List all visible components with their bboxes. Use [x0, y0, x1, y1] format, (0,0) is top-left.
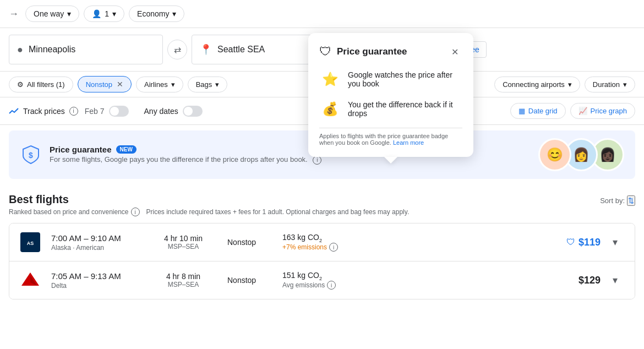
banner-info-icon[interactable]: i [313, 156, 321, 165]
popup-header: 🛡 Price guarantee ✕ [319, 44, 462, 59]
trip-type-label: One way [34, 9, 64, 18]
flight-price-area-1: 🛡 $119 ▾ [566, 233, 624, 251]
date-grid-label: Date grid [528, 107, 558, 115]
popup-note: Applies to flights with the price guaran… [319, 128, 462, 146]
passengers-button[interactable]: 👤 1 ▾ [84, 6, 124, 22]
nonstop-close-icon[interactable]: ✕ [117, 80, 123, 89]
flight-emissions-2: 151 kg CO2 Avg emissions i [282, 271, 370, 290]
track-prices-info-icon[interactable]: i [69, 107, 78, 116]
learn-more-link[interactable]: Learn more [393, 139, 424, 146]
section-info-icon[interactable]: i [131, 208, 140, 216]
chevron-down-icon: ▾ [215, 80, 219, 89]
trip-type-button[interactable]: One way ▾ [25, 6, 79, 22]
popup-container: 🛡 Price guarantee ✕ ⭐ Google watches the… [308, 33, 473, 157]
flights-list: AS 7:00 AM – 9:10 AM Alaska · American 4… [9, 223, 635, 299]
avatar-1: 😊 [538, 138, 571, 171]
nonstop-filter-button[interactable]: Nonstop ✕ [78, 76, 132, 92]
all-filters-label: All filters (1) [27, 80, 65, 89]
chevron-down-icon: ▾ [171, 80, 175, 89]
price-graph-button[interactable]: 📈 Price graph [570, 103, 635, 119]
popup-shield-icon: 🛡 [319, 45, 331, 59]
track-prices-toggle[interactable] [109, 106, 129, 117]
chevron-down-icon: ▾ [67, 9, 71, 18]
any-dates-toggle[interactable] [183, 106, 203, 117]
duration-filter-button[interactable]: Duration ▾ [585, 77, 635, 92]
expand-button-1[interactable]: ▾ [606, 233, 624, 251]
flight-times-1: 7:00 AM – 9:10 AM Alaska · American [51, 233, 139, 252]
flight-stops-2: Nonstop [227, 276, 271, 285]
airline-name-1: Alaska · American [51, 244, 139, 252]
flight-duration-1: 4 hr 10 min MSP–SEA [150, 234, 216, 250]
bags-filter-button[interactable]: Bags ▾ [188, 77, 228, 92]
view-buttons: ▦ Date grid 📈 Price graph [510, 103, 635, 119]
popup-money-icon: 💰 [319, 98, 341, 120]
svg-text:AS: AS [27, 241, 34, 246]
flight-price-1: $119 [578, 237, 601, 248]
flight-row[interactable]: 7:05 AM – 9:13 AM Delta 4 hr 8 min MSP–S… [9, 261, 635, 299]
sort-button[interactable]: ⇅ [627, 195, 635, 206]
flight-times-2: 7:05 AM – 9:13 AM Delta [51, 271, 139, 290]
price-badge-1: 🛡 $119 [566, 237, 601, 248]
alaska-logo-svg: AS [23, 235, 38, 250]
cabin-class-label: Economy [137, 9, 169, 18]
popup-close-button[interactable]: ✕ [447, 44, 462, 59]
person-icon: 👤 [92, 9, 101, 18]
flight-emissions-1: 163 kg CO2 +7% emissions i [282, 233, 370, 252]
origin-field[interactable]: ● [9, 35, 163, 64]
flight-price-area-2: $129 ▾ [578, 271, 624, 289]
banner-subtitle: For some flights, Google pays you the di… [50, 155, 321, 165]
price-guarantee-popup: 🛡 Price guarantee ✕ ⭐ Google watches the… [308, 33, 473, 157]
emissions-info-icon-1[interactable]: i [329, 243, 338, 252]
popup-title: Price guarantee [337, 46, 441, 57]
flight-time-range-2: 7:05 AM – 9:13 AM [51, 271, 139, 281]
popup-item-1: ⭐ Google watches the price after you boo… [319, 68, 462, 90]
track-date-label: Feb 7 [85, 107, 105, 116]
connecting-airports-button[interactable]: Connecting airports ▾ [494, 77, 580, 92]
connecting-airports-label: Connecting airports [503, 80, 565, 89]
section-subtitle: Ranked based on price and convenience i … [9, 208, 635, 216]
popup-watch-icon: ⭐ [319, 68, 341, 90]
section-title: Best flights [9, 193, 69, 206]
price-graph-label: Price graph [591, 107, 627, 115]
duration-label: Duration [593, 80, 620, 89]
all-filters-button[interactable]: ⚙ All filters (1) [9, 77, 73, 92]
origin-dot-icon: ● [17, 44, 23, 56]
airlines-filter-button[interactable]: Airlines ▾ [136, 77, 183, 92]
emissions-info-icon-2[interactable]: i [327, 281, 336, 290]
dest-pin-icon: 📍 [200, 43, 212, 56]
chevron-down-icon: ▾ [568, 80, 572, 89]
shield-icon-price: 🛡 [566, 237, 575, 247]
bags-label: Bags [196, 80, 212, 89]
popup-item-1-text: Google watches the price after you book [348, 68, 462, 90]
chevron-down-icon: ▾ [112, 9, 116, 18]
cabin-class-button[interactable]: Economy ▾ [129, 6, 184, 22]
flight-row[interactable]: AS 7:00 AM – 9:10 AM Alaska · American 4… [9, 223, 635, 261]
delta-logo-svg [20, 270, 40, 290]
alaska-airline-logo: AS [20, 232, 40, 252]
best-flights-header: Best flights Sort by: ⇅ Ranked based on … [0, 184, 644, 219]
grid-icon: ▦ [519, 107, 525, 115]
chevron-down-icon: ▾ [623, 80, 627, 89]
top-bar: → One way ▾ 👤 1 ▾ Economy ▾ [0, 0, 644, 28]
nonstop-label: Nonstop [86, 80, 112, 89]
delta-airline-logo [20, 270, 40, 290]
date-grid-button[interactable]: ▦ Date grid [510, 103, 566, 119]
track-prices-label: Track prices [23, 107, 65, 116]
shield-icon-banner: $ [20, 144, 42, 166]
trending-up-icon [9, 106, 19, 116]
sort-icon: ⇅ [628, 197, 634, 205]
popup-item-2: 💰 You get the difference back if it drop… [319, 98, 462, 120]
expand-button-2[interactable]: ▾ [606, 271, 624, 289]
any-dates-label: Any dates [144, 107, 178, 116]
flight-duration-2: 4 hr 8 min MSP–SEA [150, 272, 216, 288]
banner-illustration: 😊 👩 👩🏿 [544, 138, 624, 171]
popup-item-2-text: You get the difference back if it drops [348, 98, 462, 120]
right-filters: Connecting airports ▾ Duration ▾ [494, 77, 635, 92]
flight-stops-1: Nonstop [227, 238, 271, 247]
passengers-label: 1 [105, 9, 109, 18]
any-dates-item: Any dates [144, 106, 203, 117]
swap-button[interactable]: ⇄ [167, 40, 187, 59]
origin-input[interactable] [29, 45, 155, 54]
chart-icon: 📈 [578, 107, 587, 115]
track-prices-item: Track prices i Feb 7 [9, 106, 129, 117]
